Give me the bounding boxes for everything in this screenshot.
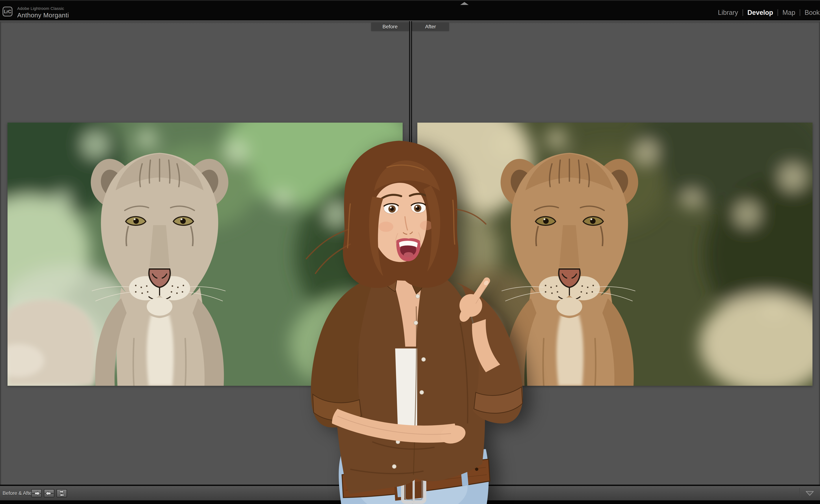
lightroom-app-icon-text: LrC <box>4 9 11 14</box>
top-bar: LrC Adobe Lightroom Classic Anthony Morg… <box>0 0 820 21</box>
module-picker: Library Develop Map Book <box>718 9 820 16</box>
toolbar-right-separator <box>799 488 800 499</box>
right-edge-strip <box>819 21 820 485</box>
identity-name: Anthony Morganti <box>17 12 69 18</box>
module-item-map[interactable]: Map <box>782 9 795 16</box>
module-separator <box>743 9 743 16</box>
lightroom-window: LrC Adobe Lightroom Classic Anthony Morg… <box>0 0 820 504</box>
copy-before-to-after-button[interactable] <box>31 489 42 497</box>
split-arrow-left-icon <box>44 490 54 497</box>
presenter-illustration <box>295 131 548 504</box>
module-separator <box>800 9 800 16</box>
before-after-button-group <box>31 489 67 497</box>
presenter-overlay <box>295 131 548 504</box>
app-name: Adobe Lightroom Classic <box>17 7 69 11</box>
swap-before-after-button[interactable] <box>56 489 67 497</box>
module-separator <box>778 9 778 16</box>
chevron-down-triangle-icon <box>805 491 814 496</box>
module-item-book[interactable]: Book <box>805 9 820 16</box>
after-pane-label-text: After <box>425 24 436 30</box>
after-pane-label: After <box>412 23 449 31</box>
module-item-library[interactable]: Library <box>718 9 738 16</box>
identity-plate: Adobe Lightroom Classic Anthony Morganti <box>17 7 69 18</box>
module-item-develop[interactable]: Develop <box>748 9 773 16</box>
before-pane-label-text: Before <box>383 24 398 30</box>
left-edge-strip <box>0 21 1 485</box>
before-pane-label: Before <box>371 23 409 31</box>
split-arrow-right-icon <box>32 490 41 497</box>
toolbar-options-dropdown[interactable] <box>805 491 814 496</box>
copy-after-to-before-button[interactable] <box>44 489 54 497</box>
swap-arrows-icon <box>57 490 66 497</box>
top-panel-reveal-arrow-icon[interactable] <box>460 2 469 5</box>
lightroom-app-icon: LrC <box>3 7 12 16</box>
